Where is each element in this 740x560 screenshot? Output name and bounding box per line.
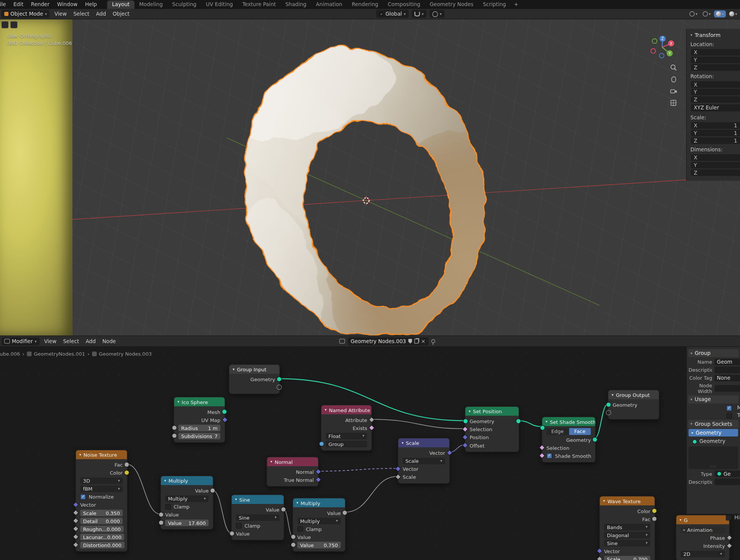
group-name-field[interactable]: Geom bbox=[714, 359, 740, 365]
location-x-field[interactable]: X bbox=[691, 49, 740, 56]
socket-value-out[interactable] bbox=[281, 507, 286, 512]
breadcrumb-node-tree[interactable]: Geometry Nodes.003 bbox=[99, 351, 152, 357]
tab-rendering[interactable]: Rendering bbox=[347, 0, 383, 9]
lacunarity-field[interactable]: Lacunar...0.000 bbox=[80, 533, 124, 540]
zoom-icon[interactable] bbox=[670, 64, 677, 71]
fake-user-shield-icon[interactable] bbox=[408, 339, 412, 343]
node-editor[interactable]: Cube.006 › GeometryNodes.001 › Geometry … bbox=[0, 347, 740, 560]
socket-name-in[interactable] bbox=[319, 441, 324, 446]
navigation-gizmo[interactable]: Z X Y bbox=[647, 34, 677, 62]
usage-modifier-checkbox[interactable]: ✓ bbox=[726, 405, 732, 411]
profile-dropdown[interactable]: Sine▾ bbox=[604, 540, 650, 546]
menu-edit[interactable]: Edit bbox=[10, 2, 27, 8]
breadcrumb-object[interactable]: Cube.006 bbox=[0, 351, 20, 357]
wave-type-dropdown[interactable]: Bands▾ bbox=[604, 523, 650, 530]
editor-menu-view[interactable]: View bbox=[41, 338, 60, 344]
socket-geometry-in[interactable] bbox=[540, 425, 545, 430]
usage-tool-checkbox[interactable] bbox=[726, 413, 732, 419]
socket-value-in-1[interactable] bbox=[159, 512, 164, 517]
viewport-menu-select[interactable]: Select bbox=[70, 11, 93, 17]
operation-dropdown[interactable]: Sine▾ bbox=[236, 514, 279, 521]
node-vector-scale[interactable]: ▾Scale Vector Scale▾ Vector Scale bbox=[398, 438, 450, 484]
snapping-dropdown[interactable]: ▾ bbox=[411, 10, 427, 18]
socket-virtual[interactable] bbox=[606, 410, 611, 416]
data-type-dropdown[interactable]: Float▾ bbox=[326, 433, 367, 439]
direction-dropdown[interactable]: Diagonal▾ bbox=[604, 531, 650, 538]
rotation-x-field[interactable]: X bbox=[691, 81, 740, 88]
socket-geometry-in[interactable] bbox=[606, 402, 611, 408]
viewport-menu-object[interactable]: Object bbox=[109, 11, 133, 17]
show-gizmo-dropdown[interactable]: ▾ bbox=[688, 10, 700, 18]
proportional-editing-dropdown[interactable]: ▾ bbox=[429, 10, 445, 18]
scale-field[interactable]: Scale0.700 bbox=[604, 556, 650, 560]
group-sockets-panel-header[interactable]: ▾Group Sockets bbox=[688, 420, 738, 428]
viewport-3d[interactable]: User Orthographic (84) Collection | Cube… bbox=[0, 19, 740, 335]
node-wave-texture[interactable]: ▾Wave Texture Color Fac Bands▾ Diagonal▾… bbox=[599, 496, 655, 560]
tab-modeling[interactable]: Modeling bbox=[135, 0, 168, 9]
editor-menu-select[interactable]: Select bbox=[60, 338, 82, 344]
editor-type-icon[interactable] bbox=[2, 21, 9, 29]
socket-color-out[interactable] bbox=[124, 470, 130, 475]
attribute-name-field[interactable]: Group bbox=[326, 441, 367, 447]
menu-window[interactable]: Window bbox=[53, 2, 81, 8]
animation-panel-header[interactable]: ▸Animation bbox=[681, 526, 725, 533]
menu-help[interactable]: Help bbox=[81, 2, 101, 8]
foreground-yellow-object[interactable] bbox=[0, 19, 72, 335]
group-panel-header[interactable]: ▾Group bbox=[688, 349, 738, 357]
node-multiply-1[interactable]: ▾Multiply Value Multiply▾ Clamp Value Va… bbox=[161, 476, 213, 530]
socket-type-dropdown[interactable]: Ge bbox=[714, 470, 740, 477]
node-ico-sphere[interactable]: ▾Ico Sphere Mesh UV Map Radius1 m Subdiv… bbox=[174, 397, 225, 443]
noise-type-dropdown[interactable]: fBM▾ bbox=[80, 485, 122, 492]
node-sine[interactable]: ▾Sine Value Sine▾ Clamp Value bbox=[231, 494, 284, 540]
clamp-checkbox[interactable] bbox=[297, 526, 303, 532]
menu-render[interactable]: Render bbox=[27, 2, 53, 8]
socket-value-in-1[interactable] bbox=[291, 534, 296, 539]
location-y-field[interactable]: Y bbox=[691, 57, 740, 63]
transform-orientation-dropdown[interactable]: Global▾ bbox=[376, 10, 409, 18]
scale-y-field[interactable]: Y1 bbox=[691, 130, 740, 136]
usage-panel-header[interactable]: ▾Usage bbox=[688, 395, 738, 403]
node-partial-texture[interactable]: ▾G ▸Animation Phase Intensity 2D▾ bbox=[676, 515, 730, 560]
node-group-input[interactable]: ▾Group Input Geometry bbox=[229, 364, 280, 394]
scale-z-field[interactable]: Z1 bbox=[691, 137, 740, 144]
new-copy-icon[interactable] bbox=[414, 339, 419, 343]
value-field[interactable]: Value17.600 bbox=[165, 519, 209, 526]
tab-compositing[interactable]: Compositing bbox=[383, 0, 425, 9]
node-multiply-2[interactable]: ▾Multiply Value Multiply▾ Clamp Value Va… bbox=[292, 498, 345, 552]
operation-dropdown[interactable]: Multiply▾ bbox=[165, 495, 209, 502]
socket-subdivisions-in[interactable] bbox=[172, 433, 177, 438]
socket-virtual[interactable] bbox=[276, 385, 282, 390]
socket-value-out[interactable] bbox=[210, 488, 215, 493]
socket-geometry-out[interactable] bbox=[276, 377, 282, 382]
node-width-field[interactable] bbox=[714, 385, 740, 392]
edge-button[interactable]: Edge bbox=[546, 428, 568, 435]
socket-geometry-out[interactable] bbox=[516, 419, 521, 424]
unlink-icon[interactable]: × bbox=[421, 338, 425, 344]
socket-geometry-out[interactable] bbox=[592, 437, 598, 442]
socket-value-in-2[interactable] bbox=[159, 520, 164, 525]
dimensions-z-field[interactable]: Z bbox=[691, 169, 740, 176]
transform-panel-header[interactable]: ▾Transform bbox=[687, 30, 740, 40]
socket-mesh-out[interactable] bbox=[222, 409, 227, 414]
tab-geometry-nodes[interactable]: Geometry Nodes bbox=[425, 0, 478, 9]
operation-dropdown[interactable]: Scale▾ bbox=[403, 457, 445, 464]
node-tree-name-field[interactable]: Geometry Nodes.003 × bbox=[348, 337, 428, 345]
distortion-field[interactable]: Distortion0.000 bbox=[80, 541, 124, 548]
tab-layout[interactable]: Layout bbox=[107, 0, 134, 9]
editor-menu-node[interactable]: Node bbox=[99, 338, 119, 344]
clamp-checkbox[interactable] bbox=[165, 504, 171, 509]
viewport-menu-view[interactable]: View bbox=[51, 11, 70, 17]
normalize-checkbox[interactable]: ✓ bbox=[80, 494, 86, 499]
rotation-mode-dropdown[interactable]: XYZ Euler bbox=[691, 104, 740, 112]
overlays-dropdown[interactable]: ▾ bbox=[701, 10, 713, 18]
node-named-attribute[interactable]: ▾Named Attribute Attribute Exists Float▾… bbox=[321, 405, 372, 451]
mode-dropdown[interactable]: 2D▾ bbox=[681, 550, 725, 557]
scale-field[interactable]: Scale0.350 bbox=[80, 509, 122, 516]
tab-sculpting[interactable]: Sculpting bbox=[167, 0, 201, 9]
dimensions-x-field[interactable]: X bbox=[691, 154, 740, 161]
tab-shading[interactable]: Shading bbox=[281, 0, 311, 9]
socket-value-out[interactable] bbox=[342, 510, 347, 515]
node-normal[interactable]: ▾Normal Normal True Normal bbox=[266, 457, 318, 486]
viewport-canvas[interactable] bbox=[0, 19, 740, 335]
breadcrumb-modifier[interactable]: GeometryNodes.001 bbox=[34, 351, 85, 357]
